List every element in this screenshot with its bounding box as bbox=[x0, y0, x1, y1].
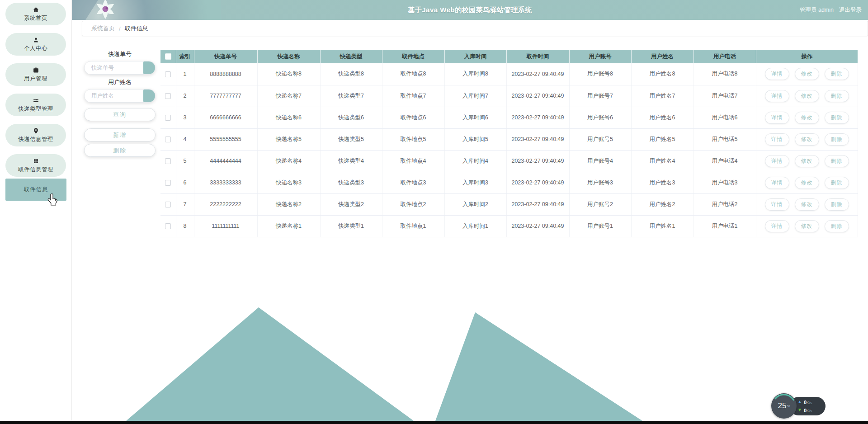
modify-button[interactable]: 修改 bbox=[795, 177, 819, 189]
remove-button[interactable]: 删除 bbox=[825, 198, 849, 211]
logout-link[interactable]: 退出登录 bbox=[839, 6, 862, 14]
remove-button[interactable]: 删除 bbox=[825, 155, 849, 167]
cell-pickup_location: 取件地点2 bbox=[382, 193, 444, 215]
cell-pickup_location: 取件地点6 bbox=[382, 107, 444, 128]
cell-user_phone: 用户电话6 bbox=[693, 107, 756, 128]
cell-express_name: 快递名称4 bbox=[257, 150, 320, 172]
cell-user_phone: 用户电话1 bbox=[693, 215, 756, 237]
cell-pickup_time: 2023-02-27 09:40:49 bbox=[506, 172, 569, 193]
progress-arc-icon bbox=[771, 393, 797, 419]
detail-button[interactable]: 详情 bbox=[765, 198, 789, 211]
cell-pickup_time: 2023-02-27 09:40:49 bbox=[506, 63, 569, 85]
sidebar-item-3[interactable]: 快递类型管理 bbox=[5, 94, 66, 116]
download-arrow-icon: ▼ bbox=[797, 408, 802, 412]
row-checkbox[interactable] bbox=[165, 115, 171, 121]
sidebar-item-4[interactable]: 快递信息管理 bbox=[5, 124, 66, 146]
sidebar-item-label: 快递类型管理 bbox=[18, 105, 53, 113]
sidebar-item-5[interactable]: 取件信息管理 bbox=[5, 154, 66, 177]
cell-user_account: 用户账号8 bbox=[569, 63, 631, 85]
row-checkbox[interactable] bbox=[165, 137, 171, 142]
breadcrumb-home-link[interactable]: 系统首页 bbox=[91, 24, 115, 33]
modify-button[interactable]: 修改 bbox=[795, 112, 819, 124]
tracking-number-input[interactable] bbox=[85, 61, 142, 74]
detail-button[interactable]: 详情 bbox=[765, 68, 789, 80]
modify-button[interactable]: 修改 bbox=[795, 68, 819, 80]
cell-express_type: 快递类型1 bbox=[320, 215, 382, 237]
sidebar-item-0[interactable]: 系统首页 bbox=[5, 3, 66, 25]
detail-button[interactable]: 详情 bbox=[765, 90, 789, 102]
table-row: 27777777777快递名称7快递类型7取件地点7入库时间72023-02-2… bbox=[160, 85, 858, 107]
column-header: 取件时间 bbox=[506, 50, 569, 63]
user-name-input[interactable] bbox=[85, 90, 142, 102]
grid-icon bbox=[33, 158, 39, 165]
cell-pickup_location: 取件地点7 bbox=[382, 85, 444, 107]
detail-button[interactable]: 详情 bbox=[765, 112, 789, 124]
query-button[interactable]: 查询 bbox=[84, 108, 156, 121]
cell-user_phone: 用户电话4 bbox=[693, 150, 756, 172]
row-checkbox[interactable] bbox=[165, 202, 171, 207]
cell-pickup_location: 取件地点1 bbox=[382, 215, 444, 237]
table-row: 36666666666快递名称6快递类型6取件地点6入库时间62023-02-2… bbox=[160, 107, 858, 128]
cell-pickup_time: 2023-02-27 09:40:49 bbox=[506, 215, 569, 237]
cell-index: 7 bbox=[176, 193, 194, 215]
cell-index: 4 bbox=[176, 128, 194, 150]
table-row: 63333333333快递名称3快递类型3取件地点3入库时间32023-02-2… bbox=[160, 172, 858, 193]
bottom-black-bar bbox=[0, 421, 868, 424]
row-checkbox[interactable] bbox=[165, 158, 171, 164]
cell-user_account: 用户账号1 bbox=[569, 215, 631, 237]
row-checkbox[interactable] bbox=[165, 180, 171, 186]
detail-button[interactable]: 详情 bbox=[765, 220, 789, 232]
remove-button[interactable]: 删除 bbox=[825, 112, 849, 124]
cell-pickup_time: 2023-02-27 09:40:49 bbox=[506, 85, 569, 107]
cell-tracking_no: 3333333333 bbox=[194, 172, 257, 193]
remove-button[interactable]: 删除 bbox=[825, 177, 849, 189]
cell-user_name: 用户姓名2 bbox=[631, 193, 693, 215]
tracking-number-label: 快递单号 bbox=[84, 50, 156, 58]
cell-index: 3 bbox=[176, 107, 194, 128]
detail-button[interactable]: 详情 bbox=[765, 155, 789, 167]
cell-user_account: 用户账号5 bbox=[569, 128, 631, 150]
column-header: 快递类型 bbox=[320, 50, 382, 63]
remove-button[interactable]: 删除 bbox=[825, 220, 849, 232]
sidebar-menu: 系统首页个人中心用户管理快递类型管理快递信息管理取件信息管理 bbox=[0, 0, 71, 177]
row-checkbox[interactable] bbox=[165, 93, 171, 99]
cell-pickup_location: 取件地点8 bbox=[382, 63, 444, 85]
cell-express_name: 快递名称8 bbox=[257, 63, 320, 85]
cell-express_name: 快递名称3 bbox=[257, 172, 320, 193]
delete-button[interactable]: 删除 bbox=[84, 144, 156, 157]
cell-express_type: 快递类型4 bbox=[320, 150, 382, 172]
cell-express_name: 快递名称6 bbox=[257, 107, 320, 128]
select-all-checkbox[interactable] bbox=[165, 53, 171, 60]
modify-button[interactable]: 修改 bbox=[795, 133, 819, 146]
cell-express_name: 快递名称2 bbox=[257, 193, 320, 215]
detail-button[interactable]: 详情 bbox=[765, 133, 789, 146]
cell-tracking_no: 1111111111 bbox=[194, 215, 257, 237]
table-body: 18888888888快递名称8快递类型8取件地点8入库时间82023-02-2… bbox=[160, 63, 858, 237]
modify-button[interactable]: 修改 bbox=[795, 90, 819, 102]
row-checkbox[interactable] bbox=[165, 71, 171, 77]
sidebar-item-2[interactable]: 用户管理 bbox=[5, 63, 66, 86]
cell-user_account: 用户账号2 bbox=[569, 193, 631, 215]
detail-button[interactable]: 详情 bbox=[765, 177, 789, 189]
briefcase-icon bbox=[33, 67, 39, 74]
remove-button[interactable]: 删除 bbox=[825, 133, 849, 146]
row-checkbox[interactable] bbox=[165, 223, 171, 229]
cell-pickup_location: 取件地点4 bbox=[382, 150, 444, 172]
remove-button[interactable]: 删除 bbox=[825, 68, 849, 80]
table-row: 45555555555快递名称5快递类型5取件地点5入库时间52023-02-2… bbox=[160, 128, 858, 150]
remove-button[interactable]: 删除 bbox=[825, 90, 849, 102]
speed-monitor-widget[interactable]: ▲ 0K/s ▼ 0K/s 25 % bbox=[771, 393, 826, 419]
column-header: 用户账号 bbox=[569, 50, 631, 63]
modify-button[interactable]: 修改 bbox=[795, 220, 819, 232]
mountains-decoration bbox=[72, 307, 868, 421]
cell-store_time: 入库时间7 bbox=[444, 85, 506, 107]
modify-button[interactable]: 修改 bbox=[795, 198, 819, 211]
add-button[interactable]: 新增 bbox=[84, 128, 156, 141]
cell-express_name: 快递名称1 bbox=[257, 215, 320, 237]
cell-user_account: 用户账号4 bbox=[569, 150, 631, 172]
cell-user_phone: 用户电话3 bbox=[693, 172, 756, 193]
sidebar-item-1[interactable]: 个人中心 bbox=[5, 33, 66, 56]
cell-index: 8 bbox=[176, 215, 194, 237]
modify-button[interactable]: 修改 bbox=[795, 155, 819, 167]
column-header: 索引 bbox=[176, 50, 194, 63]
